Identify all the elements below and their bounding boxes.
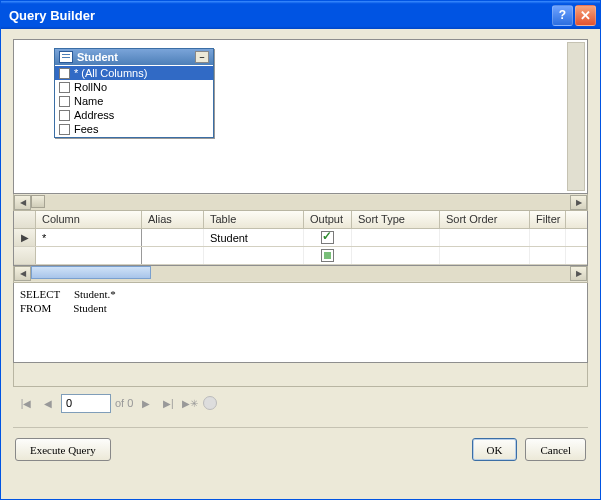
cell-output[interactable] <box>304 247 352 264</box>
divider <box>13 427 588 428</box>
diagram-pane[interactable]: ▲ Student – * (All Columns) RollNo <box>13 39 588 194</box>
titlebar[interactable]: Query Builder ? ✕ <box>1 1 600 29</box>
column-label: Fees <box>74 123 98 135</box>
header-sort-order[interactable]: Sort Order <box>440 211 530 228</box>
cell-sort-order[interactable] <box>440 247 530 264</box>
ok-button[interactable]: OK <box>472 438 518 461</box>
scroll-right-button[interactable]: ▶ <box>570 195 587 210</box>
nav-position-input[interactable] <box>61 394 111 413</box>
query-builder-window: Query Builder ? ✕ ▲ Student – * (All Col… <box>0 0 601 500</box>
table-student[interactable]: Student – * (All Columns) RollNo Name <box>54 48 214 138</box>
diagram-hscroll[interactable]: ◀ ▶ <box>13 194 588 211</box>
column-item-name[interactable]: Name <box>55 94 213 108</box>
help-button[interactable]: ? <box>552 5 573 26</box>
criteria-grid: Column Alias Table Output Sort Type Sort… <box>13 211 588 266</box>
column-label: Name <box>74 95 103 107</box>
row-indicator <box>14 247 36 264</box>
checkbox-icon[interactable] <box>59 96 70 107</box>
dialog-buttons: Execute Query OK Cancel <box>13 438 588 461</box>
scroll-left-button[interactable]: ◀ <box>14 195 31 210</box>
grid-hscroll[interactable]: ◀ ▶ <box>13 266 588 283</box>
cell-filter[interactable] <box>530 229 566 246</box>
cell-table[interactable] <box>204 247 304 264</box>
column-list: * (All Columns) RollNo Name Address <box>55 65 213 137</box>
grid-header-row: Column Alias Table Output Sort Type Sort… <box>14 211 587 229</box>
scroll-right-button[interactable]: ▶ <box>570 266 587 281</box>
scroll-track[interactable] <box>31 266 570 281</box>
checkbox-icon[interactable] <box>59 68 70 79</box>
cell-sort-order[interactable] <box>440 229 530 246</box>
column-label: * (All Columns) <box>74 67 147 79</box>
close-button[interactable]: ✕ <box>575 5 596 26</box>
row-indicator-current: ▶ <box>14 229 36 246</box>
scroll-thumb[interactable] <box>31 195 45 208</box>
table-header[interactable]: Student – <box>55 49 213 65</box>
cell-alias[interactable] <box>142 247 204 264</box>
client-area: ▲ Student – * (All Columns) RollNo <box>1 29 600 499</box>
cell-table[interactable]: Student <box>204 229 304 246</box>
execute-query-button[interactable]: Execute Query <box>15 438 111 461</box>
results-preview <box>13 363 588 387</box>
cell-alias[interactable] <box>142 229 204 246</box>
column-label: RollNo <box>74 81 107 93</box>
window-title: Query Builder <box>5 8 552 23</box>
cell-filter[interactable] <box>530 247 566 264</box>
scroll-up-button[interactable]: ▲ <box>568 42 584 58</box>
column-item-rollno[interactable]: RollNo <box>55 80 213 94</box>
scroll-thumb[interactable] <box>31 266 151 279</box>
grid-body: ▶ * Student <box>14 229 587 265</box>
column-item-all[interactable]: * (All Columns) <box>55 66 213 80</box>
nav-prev-button[interactable]: ◀ <box>39 394 57 412</box>
table-icon <box>59 51 73 63</box>
table-minimize-button[interactable]: – <box>195 51 209 63</box>
nav-last-button[interactable]: ▶| <box>159 394 177 412</box>
nav-of-label: of 0 <box>115 397 133 409</box>
output-checkbox[interactable] <box>321 231 334 244</box>
column-item-address[interactable]: Address <box>55 108 213 122</box>
nav-stop-button[interactable] <box>203 396 217 410</box>
nav-next-button[interactable]: ▶ <box>137 394 155 412</box>
nav-first-button[interactable]: |◀ <box>17 394 35 412</box>
header-filter[interactable]: Filter <box>530 211 566 228</box>
cancel-button[interactable]: Cancel <box>525 438 586 461</box>
header-sort-type[interactable]: Sort Type <box>352 211 440 228</box>
cell-sort-type[interactable] <box>352 247 440 264</box>
output-checkbox[interactable] <box>321 249 334 262</box>
table-title: Student <box>77 51 195 63</box>
checkbox-icon[interactable] <box>59 82 70 93</box>
cell-sort-type[interactable] <box>352 229 440 246</box>
header-output[interactable]: Output <box>304 211 352 228</box>
checkbox-icon[interactable] <box>59 110 70 121</box>
row-header-blank <box>14 211 36 228</box>
record-navigator: |◀ ◀ of 0 ▶ ▶| ▶✳ <box>13 387 588 419</box>
cell-column[interactable]: * <box>36 229 142 246</box>
scroll-left-button[interactable]: ◀ <box>14 266 31 281</box>
scroll-track[interactable] <box>31 195 570 210</box>
header-alias[interactable]: Alias <box>142 211 204 228</box>
checkbox-icon[interactable] <box>59 124 70 135</box>
header-table[interactable]: Table <box>204 211 304 228</box>
grid-row[interactable]: ▶ * Student <box>14 229 587 247</box>
column-label: Address <box>74 109 114 121</box>
grid-row[interactable] <box>14 247 587 265</box>
nav-new-button[interactable]: ▶✳ <box>181 394 199 412</box>
column-item-fees[interactable]: Fees <box>55 122 213 136</box>
cell-column[interactable] <box>36 247 142 264</box>
sql-pane[interactable]: SELECT Student.* FROM Student <box>13 283 588 363</box>
header-column[interactable]: Column <box>36 211 142 228</box>
cell-output[interactable] <box>304 229 352 246</box>
